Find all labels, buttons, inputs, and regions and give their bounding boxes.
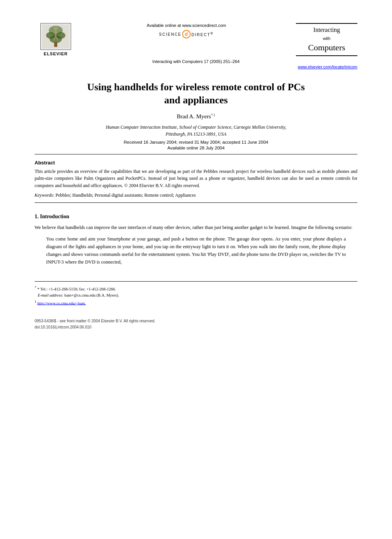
sciencedirect-logo: SCIENCE d DIRECT® [85, 30, 288, 38]
abstract-text: This article provides an overview of the… [35, 168, 357, 189]
interacting-line1: Interacting [313, 27, 340, 33]
svg-rect-5 [54, 42, 57, 47]
abstract-label: Abstract [35, 160, 357, 166]
interacting-computers-text: Computers [308, 43, 345, 52]
available-date: Available online 28 July 2004 [35, 146, 357, 150]
elsevier-label: ELSEVIER [44, 51, 68, 56]
sd-science-text: SCIENCE [159, 32, 181, 36]
divider-bottom [35, 202, 357, 203]
keywords: Keywords: Pebbles; Handhelds; Personal d… [35, 192, 357, 199]
page: ELSEVIER Available online at www.science… [0, 0, 392, 539]
email-value: bam+@cs.cmu.edu (B.A. Myers). [64, 293, 119, 297]
keywords-values: Pebbles; Handhelds; Personal digital ass… [56, 192, 196, 198]
introduction-heading: 1. Introduction [35, 214, 357, 220]
journal-citation: Interacting with Computers 17 (2005) 251… [35, 59, 357, 64]
affiliation-line2: Pittsburgh, PA 15213-3891, USA [166, 131, 226, 137]
journal-url[interactable]: www.elsevier.com/locate/intcom [35, 65, 357, 69]
footnote-section: * * Tel.: +1-412-268-5150; fax: +1-412-2… [35, 281, 357, 307]
interacting-computers-box: Interacting with Computers [296, 23, 357, 56]
divider-top [35, 154, 357, 154]
received-date: Received 16 January 2004; revised 31 May… [35, 140, 357, 144]
authors: Brad A. Myers*,1 [35, 113, 357, 120]
interacting-with-text: with [323, 36, 331, 41]
footnote-tel: * Tel.: +1-412-268-5150; fax: +1-412-268… [37, 287, 116, 291]
footnote-url[interactable]: http://www.cs.cmu.edu/~bam. [37, 301, 86, 305]
email-label: E-mail address: [38, 293, 63, 297]
sd-circle-d: d [182, 30, 191, 38]
footnote-email-line: E-mail address: bam+@cs.cmu.edu (B.A. My… [35, 292, 357, 299]
author-superscript: *,1 [211, 113, 215, 117]
author-name: Brad A. Myers [177, 113, 211, 119]
footnote-1: 1 http://www.cs.cmu.edu/~bam. [35, 299, 357, 307]
affiliation-line1: Human Computer Interaction Institute, Sc… [106, 124, 286, 130]
affiliation: Human Computer Interaction Institute, Sc… [35, 124, 357, 138]
available-online-text: Available online at www.sciencedirect.co… [85, 23, 288, 28]
copyright-section: 0953-5438/$ - see front matter © 2004 El… [35, 318, 357, 330]
elsevier-logo: ELSEVIER [35, 23, 77, 56]
header-center: Available online at www.sciencedirect.co… [77, 23, 296, 38]
keywords-label: Keywords: [35, 192, 55, 198]
intro-paragraph1: We believe that handhelds can improve th… [35, 224, 357, 231]
sd-direct-text: DIRECT® [191, 32, 214, 37]
copyright-line1: 0953-5438/$ - see front matter © 2004 El… [35, 318, 357, 324]
header-section: ELSEVIER Available online at www.science… [35, 23, 357, 56]
copyright-line2: doi:10.1016/j.intcom.2004.06.010 [35, 324, 357, 330]
intro-scenario: You come home and aim your Smartphone at… [46, 235, 346, 266]
article-title: Using handhelds for wireless remote cont… [35, 81, 357, 107]
svg-point-6 [54, 27, 58, 30]
footnote-star: * * Tel.: +1-412-268-5150; fax: +1-412-2… [35, 285, 357, 292]
interacting-title: Interacting with Computers [301, 26, 353, 53]
footnote-1-sup: 1 [35, 300, 37, 303]
elsevier-tree-image [40, 23, 71, 50]
